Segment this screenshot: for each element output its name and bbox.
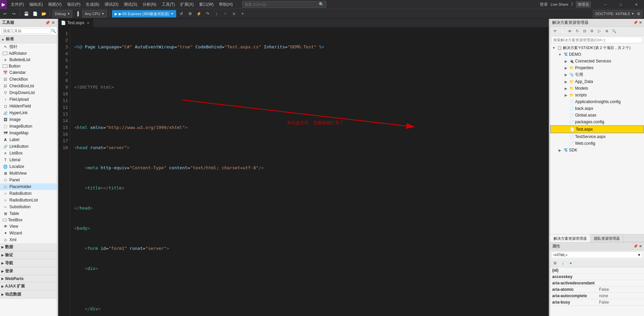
toolbox-item-literal[interactable]: T Literal [0, 156, 57, 163]
doctype-dropdown[interactable]: DOCTYPE: XHTML5 ▼ ⚙ [593, 10, 643, 17]
menu-file[interactable]: 文件(F) [8, 0, 27, 9]
tree-test-aspx[interactable]: 📄 Test.aspx [550, 125, 644, 133]
properties-selector[interactable]: <HTML> ▼ [552, 252, 643, 258]
tree-back-aspx[interactable]: 📄 back.aspx [550, 105, 644, 112]
toolbox-item-hyperlink[interactable]: 🔗 HyperLink [0, 109, 57, 116]
toolbox-item-table[interactable]: ⊞ Table [0, 210, 57, 217]
step-out-button[interactable]: ↑ [221, 10, 229, 17]
toolbox-item-pointer[interactable]: ↖ 指针 [0, 43, 57, 50]
toolbox-item-panel[interactable]: □ Panel [0, 177, 57, 183]
expand-button[interactable]: + [239, 10, 246, 17]
sol-tab-solution-explorer[interactable]: 解决方案资源管理器 [550, 234, 591, 242]
toolbox-pin-icon[interactable]: 📌 [45, 20, 50, 25]
props-filter-btn[interactable]: ▸ [568, 260, 574, 267]
menu-project[interactable]: 项目(P) [64, 0, 83, 9]
open-file-button[interactable]: 📂 [40, 10, 47, 17]
prop-row-aria-atomic[interactable]: aria-atomic False [550, 286, 644, 293]
tree-scripts[interactable]: ▶ 📁 scripts [550, 92, 644, 98]
menu-build[interactable]: 生成(B) [83, 0, 102, 9]
refresh-button[interactable]: ↺ [178, 10, 185, 17]
prop-row-aria-busy[interactable]: aria-busy False [550, 299, 644, 306]
toolbox-section-ajax-header[interactable]: ▶ AJAX 扩展 [0, 282, 57, 290]
global-search-input[interactable] [244, 2, 319, 6]
models-expand-icon[interactable]: ▶ [564, 86, 568, 91]
toolbox-item-dropdownlist[interactable]: ▽ DropDownList [0, 89, 57, 96]
tree-global-asax[interactable]: 📄 Global.asax [550, 112, 644, 119]
toolbox-item-image[interactable]: 🖼 Image [0, 116, 57, 123]
minimize-button[interactable]: ─ [598, 0, 613, 9]
undo-button[interactable]: ↩ [1, 10, 9, 17]
scripts-expand-icon[interactable]: ▶ [564, 93, 568, 97]
step-into-button[interactable]: ↓ [213, 10, 220, 17]
exception-button[interactable]: ⚡ [195, 10, 202, 17]
toolbox-item-checkboxlist[interactable]: ☑ CheckBoxList [0, 83, 57, 89]
toolbox-item-checkbox[interactable]: ☑ CheckBox [0, 76, 57, 83]
close-button[interactable]: ✕ [629, 0, 644, 9]
toolbox-close-icon[interactable]: ✕ [51, 20, 55, 25]
tree-connected-services[interactable]: ▶ 🔌 Connected Services [550, 58, 644, 64]
toolbox-item-hiddenfield[interactable]: ◻ HiddenField [0, 103, 57, 109]
menu-analyze[interactable]: 分析(N) [140, 0, 159, 9]
props-sort-btn[interactable]: ↕ [560, 260, 566, 267]
save-all-button[interactable]: 💾 [23, 10, 30, 17]
toolbox-section-standard-header[interactable]: ▲ 标准 [0, 35, 57, 43]
attach-button[interactable]: ⚙ [186, 10, 194, 17]
toolbox-search-input[interactable] [1, 28, 51, 34]
run-button[interactable]: ▶ ▶ IIS Express (360极速浏览器) ▼ [112, 10, 177, 17]
demo-expand-icon[interactable]: ▼ [558, 52, 562, 57]
toolbox-section-webparts-header[interactable]: ▶ WebParts [0, 275, 57, 282]
toolbox-item-bulletedlist[interactable]: ≡ BulletedList [0, 56, 57, 63]
sdk-expand-icon[interactable]: ▶ [558, 148, 562, 152]
toolbox-item-textbox[interactable]: TextBox [0, 217, 57, 223]
toolbox-section-validation-header[interactable]: ▶ 验证 [0, 251, 57, 259]
menu-window[interactable]: 窗口(W) [196, 0, 216, 9]
toolbox-item-radiobutton[interactable]: ○ RadioButton [0, 190, 57, 197]
sol-header-pin-icon[interactable]: 📌 [633, 20, 638, 25]
sol-filter-btn[interactable]: 🔍 [611, 28, 617, 35]
toolbox-item-listbox[interactable]: ≡ ListBox [0, 150, 57, 156]
editor-tab-testaspx[interactable]: 📄 Test.aspx ✕ [58, 19, 93, 27]
tree-demo-project[interactable]: ▼ 🏗 DEMO [550, 51, 644, 58]
tree-packages-config[interactable]: 📄 packages.config [550, 119, 644, 125]
live-share-btn[interactable]: Live Share [551, 2, 568, 6]
sol-collapse-btn[interactable]: ⊟ [581, 28, 588, 35]
connected-expand-icon[interactable]: ▶ [564, 59, 568, 63]
sol-git-btn[interactable]: ⊕ [603, 28, 610, 35]
toolbox-item-imagemap[interactable]: 🗺 ImageMap [0, 130, 57, 136]
menu-extend[interactable]: 扩展(X) [178, 0, 196, 9]
tree-sdk-project[interactable]: ▶ 🏗 SDK [550, 147, 644, 153]
sol-header-close-icon[interactable]: ✕ [639, 20, 642, 25]
toolbox-item-fileupload[interactable]: ↑ FileUpload [0, 96, 57, 103]
tree-web-config[interactable]: 📄 Web.config [550, 140, 644, 147]
appdata-expand-icon[interactable]: ▶ [564, 79, 568, 84]
sol-refresh-btn[interactable]: ↻ [574, 28, 580, 35]
references-expand-icon[interactable]: ▶ [564, 73, 568, 77]
toolbox-item-xml[interactable]: ◇ Xml [0, 236, 57, 243]
prop-row-id[interactable]: (id) [550, 267, 644, 274]
sol-new-file-btn[interactable]: 📄 [559, 28, 566, 35]
sol-sync-btn[interactable]: ⟳ [552, 28, 558, 35]
prop-row-accesskey[interactable]: accesskey [550, 274, 644, 280]
toolbox-item-view[interactable]: 👁 View [0, 223, 57, 230]
toolbox-item-adrotator[interactable]: AdRotator [0, 50, 57, 56]
menu-debug[interactable]: 调试(D) [102, 0, 121, 9]
close-tab-button[interactable]: ✕ [86, 20, 90, 25]
toolbox-item-substitution[interactable]: ↔ Substitution [0, 204, 57, 210]
sol-preview-btn[interactable]: ▷ [596, 28, 603, 35]
toolbox-item-button[interactable]: Button [0, 63, 57, 69]
prop-row-aria-autocomplete[interactable]: aria-autocomplete none [550, 293, 644, 299]
menu-tools[interactable]: 工具(T) [159, 0, 178, 9]
tree-testservice-aspx[interactable]: 📄 TestService.aspx [550, 133, 644, 140]
properties-expand-icon[interactable]: ▶ [564, 65, 568, 70]
tree-app-data[interactable]: ▶ 📁 App_Data [550, 78, 644, 85]
toolbox-item-linkbutton[interactable]: 🔗 LinkButton [0, 143, 57, 150]
toolbox-item-calendar[interactable]: 📅 Calendar [0, 69, 57, 76]
solution-expand-icon[interactable]: ▼ [552, 45, 556, 50]
step-over-button[interactable]: ↷ [204, 10, 211, 17]
props-categorize-btn[interactable]: ⊞ [552, 260, 558, 267]
sol-properties-btn[interactable]: ⚙ [589, 28, 595, 35]
tree-references[interactable]: ▶ 📎 引用 [550, 71, 644, 78]
menu-help[interactable]: 帮助(H) [216, 0, 235, 9]
cpu-dropdown[interactable]: Any CPU ▼ [82, 10, 107, 17]
prop-row-aria-activedescendant[interactable]: aria-activedescendant [550, 280, 644, 286]
